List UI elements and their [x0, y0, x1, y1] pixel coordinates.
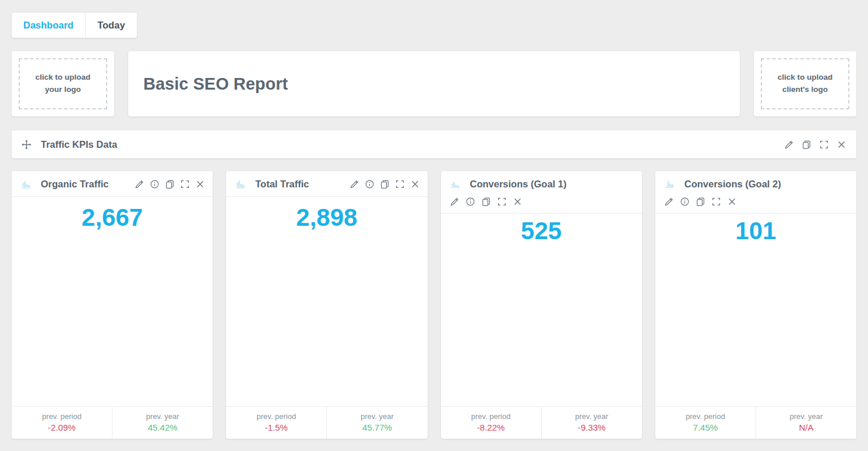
- prev-period-value: -2.09%: [12, 422, 112, 432]
- report-title-card[interactable]: Basic SEO Report: [128, 51, 740, 116]
- dashboard-page: DashboardToday click to upload your logo…: [0, 0, 868, 439]
- prev-period-cell: prev. period -2.09%: [12, 407, 112, 439]
- kpi-chart: [655, 245, 856, 406]
- svg-text:150: 150: [665, 183, 666, 183]
- prev-period-label: prev. period: [226, 412, 326, 421]
- card-title: Total Traffic: [255, 179, 309, 190]
- area-chart: [668, 319, 843, 406]
- area-chart: [239, 319, 414, 406]
- svg-text:2020-11: 2020-11: [453, 187, 455, 188]
- svg-text:6,000: 6,000: [236, 182, 237, 182]
- svg-text:2020-11: 2020-11: [24, 188, 26, 189]
- kpi-cards-row: 02,0004,0006,0008,0002020-082020-112021-…: [12, 171, 856, 439]
- svg-text:1,000: 1,000: [450, 184, 451, 185]
- prev-period-cell: prev. period -8.22%: [441, 407, 541, 439]
- section-bar-traffic-kpis: Traffic KPIs Data: [12, 130, 856, 158]
- info-icon[interactable]: [465, 197, 475, 207]
- info-icon[interactable]: [150, 179, 160, 189]
- card-header: 0501001502002502020-082020-112021-022021…: [655, 171, 856, 214]
- card-actions: [450, 197, 634, 207]
- section-title: Traffic KPIs Data: [41, 139, 117, 150]
- edit-icon[interactable]: [350, 179, 359, 189]
- prev-year-label: prev. year: [327, 412, 427, 421]
- edit-icon[interactable]: [135, 179, 144, 189]
- close-icon[interactable]: [410, 179, 420, 189]
- svg-text:2021-02: 2021-02: [241, 188, 242, 189]
- svg-text:2021-05: 2021-05: [242, 188, 244, 189]
- svg-text:2021-05: 2021-05: [672, 187, 673, 188]
- duplicate-icon[interactable]: [696, 197, 705, 207]
- card-actions: [350, 179, 420, 189]
- svg-text:2,000: 2,000: [21, 186, 22, 186]
- edit-icon[interactable]: [450, 197, 460, 207]
- card-header: 02,0004,0006,0008,0002020-082020-112021-…: [226, 171, 427, 197]
- kpi-chart: [441, 245, 642, 406]
- svg-text:3,000: 3,000: [450, 180, 451, 180]
- fullscreen-icon[interactable]: [711, 197, 721, 207]
- svg-text:6,000: 6,000: [21, 182, 22, 182]
- prev-period-value: -1.5%: [226, 422, 326, 432]
- prev-year-label: prev. year: [542, 412, 642, 421]
- prev-year-value: N/A: [756, 422, 856, 432]
- upload-clients-logo-label: click to upload client's logo: [761, 58, 849, 109]
- svg-text:2,000: 2,000: [450, 182, 451, 183]
- card-footer: prev. period -1.5% prev. year 45.77%: [226, 406, 427, 439]
- move-icon[interactable]: 02,0004,0006,0008,0002020-082020-112021-…: [20, 179, 30, 189]
- kpi-card: 02,0004,0006,0008,0002020-082020-112021-…: [226, 171, 427, 439]
- kpi-chart: [226, 232, 427, 406]
- move-icon[interactable]: 02,0004,0006,0008,0002020-082020-112021-…: [235, 179, 245, 189]
- close-icon[interactable]: [837, 140, 846, 150]
- svg-text:4,000: 4,000: [21, 183, 22, 184]
- fullscreen-icon[interactable]: [497, 197, 507, 207]
- upload-your-logo-button[interactable]: click to upload your logo: [12, 51, 114, 116]
- move-icon[interactable]: [22, 140, 31, 150]
- svg-text:8,000: 8,000: [236, 180, 237, 180]
- svg-text:2021-02: 2021-02: [669, 187, 671, 188]
- duplicate-icon[interactable]: [165, 179, 175, 189]
- fullscreen-icon[interactable]: [395, 179, 405, 189]
- duplicate-icon[interactable]: [481, 197, 491, 207]
- card-header: 01,0002,0003,0002020-082020-112021-02202…: [441, 171, 642, 214]
- duplicate-icon[interactable]: [802, 140, 811, 150]
- prev-year-cell: prev. year 45.77%: [326, 407, 427, 439]
- card-footer: prev. period -2.09% prev. year 45.42%: [12, 406, 213, 439]
- tab-dashboard[interactable]: Dashboard: [12, 13, 85, 38]
- close-icon[interactable]: [727, 197, 737, 207]
- fullscreen-icon[interactable]: [180, 179, 190, 189]
- svg-text:100: 100: [665, 184, 666, 184]
- move-icon[interactable]: 01,0002,0003,0002020-082020-112021-02202…: [450, 179, 460, 189]
- info-icon[interactable]: [365, 179, 375, 189]
- svg-text:2021-05: 2021-05: [28, 188, 30, 189]
- svg-text:2021-05: 2021-05: [457, 187, 459, 188]
- area-chart: [454, 319, 629, 406]
- card-footer: prev. period -8.22% prev. year -9.33%: [441, 406, 642, 439]
- prev-year-value: -9.33%: [542, 422, 642, 432]
- upload-clients-logo-button[interactable]: click to upload client's logo: [754, 51, 856, 116]
- prev-period-cell: prev. period -1.5%: [226, 407, 326, 439]
- card-title: Conversions (Goal 1): [470, 179, 567, 190]
- prev-year-cell: prev. year -9.33%: [541, 407, 642, 439]
- prev-year-value: 45.77%: [327, 422, 427, 432]
- kpi-value: 525: [441, 214, 642, 245]
- area-chart: [25, 319, 200, 406]
- kpi-value: 2,667: [12, 197, 213, 232]
- kpi-value: 101: [655, 214, 856, 245]
- edit-icon[interactable]: [664, 197, 674, 207]
- svg-text:200: 200: [665, 182, 666, 182]
- duplicate-icon[interactable]: [380, 179, 390, 189]
- move-icon[interactable]: 0501001502002502020-082020-112021-022021…: [664, 179, 674, 189]
- fullscreen-icon[interactable]: [819, 140, 829, 150]
- svg-text:2021-02: 2021-02: [455, 187, 457, 188]
- edit-icon[interactable]: [784, 140, 794, 150]
- prev-year-label: prev. year: [112, 412, 213, 421]
- svg-text:2,000: 2,000: [236, 186, 237, 186]
- info-icon[interactable]: [680, 197, 690, 207]
- kpi-value: 2,898: [226, 197, 427, 232]
- tab-today[interactable]: Today: [85, 13, 136, 38]
- card-actions: [664, 197, 849, 207]
- close-icon[interactable]: [195, 179, 205, 189]
- prev-period-value: 7.45%: [655, 422, 756, 432]
- card-title: Conversions (Goal 2): [684, 179, 781, 190]
- close-icon[interactable]: [513, 197, 523, 207]
- kpi-card: 0501001502002502020-082020-112021-022021…: [655, 171, 856, 439]
